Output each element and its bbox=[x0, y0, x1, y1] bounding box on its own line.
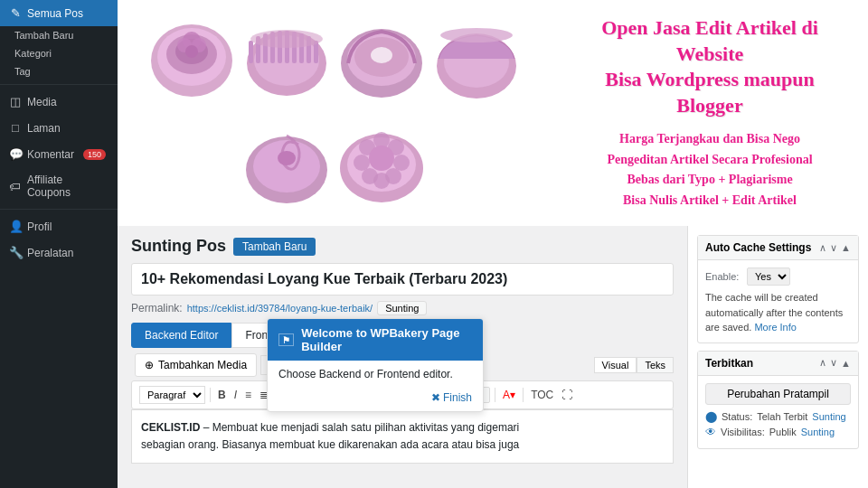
cake-images bbox=[118, 0, 552, 226]
permalink-label: Permalink: bbox=[131, 302, 183, 314]
page-title-bar: Sunting Pos Tambah Baru bbox=[131, 237, 674, 256]
fullscreen-button[interactable]: ⛶ bbox=[559, 387, 575, 403]
sidebar-item-label: Semua Pos bbox=[27, 7, 83, 20]
sidebar-item-peralatan[interactable]: 🔧 Peralatan bbox=[0, 239, 118, 266]
promo-line4: Bisa Nulis Artikel + Edit Artikel bbox=[623, 193, 797, 207]
tools-icon: 🔧 bbox=[9, 246, 22, 259]
content-text-2: sebagian orang. Biasanya membuat kue dik… bbox=[141, 438, 519, 451]
sidebar-item-label: Peralatan bbox=[27, 247, 73, 259]
wpbakery-title: Welcome to WPBakery Page Builder bbox=[301, 326, 472, 353]
post-title[interactable]: 10+ Rekomendasi Loyang Kue Terbaik (Terb… bbox=[131, 263, 674, 296]
visibility-icon: 👁 bbox=[705, 426, 716, 438]
svg-point-38 bbox=[362, 168, 378, 184]
comments-icon: 💬 bbox=[9, 147, 22, 161]
format-select[interactable]: Paragraf bbox=[139, 386, 205, 404]
status-value: Telah Terbit bbox=[757, 411, 807, 422]
auto-cache-panel: Auto Cache Settings ∧ ∨ ▲ Enable: Yes bbox=[697, 235, 859, 343]
auto-cache-body: Enable: Yes The cache will be created au… bbox=[698, 260, 858, 343]
add-new-button[interactable]: Tambah Baru bbox=[233, 238, 316, 256]
enable-select[interactable]: Yes bbox=[747, 267, 790, 286]
publish-panel: Terbitkan ∧ ∨ ▲ Perubahan Pratampil ⬤ St… bbox=[697, 351, 859, 449]
visibility-value: Publik bbox=[769, 427, 797, 437]
toolbar-sep-3 bbox=[495, 388, 495, 402]
more-info-link[interactable]: More Info bbox=[754, 322, 796, 333]
wpbakery-body: Choose Backend or Frontend editor. bbox=[268, 361, 483, 388]
sidebar-item-media[interactable]: ◫ Media bbox=[0, 89, 118, 115]
wpbakery-popup: ⚑ Welcome to WPBakery Page Builder Choos… bbox=[267, 318, 484, 412]
wpbakery-flag-icon: ⚑ bbox=[278, 333, 294, 346]
cake-mold-2 bbox=[240, 14, 335, 108]
promo-title: Open Jasa Edit Artikel di WebsiteBisa Wo… bbox=[570, 15, 850, 118]
sidebar-item-label: Komentar bbox=[27, 148, 74, 161]
add-media-icon: ⊕ bbox=[145, 359, 154, 371]
status-icon: ⬤ bbox=[705, 410, 717, 423]
sidebar-item-tambah-baru[interactable]: Tambah Baru bbox=[0, 26, 118, 44]
status-row: ⬤ Status: Telah Terbit Sunting bbox=[705, 410, 851, 423]
cake-mold-3 bbox=[335, 14, 429, 108]
auto-cache-description: The cache will be created automatically … bbox=[705, 290, 851, 335]
promo-line2: Pengeditan Artikel Secara Profesional bbox=[607, 153, 812, 166]
sidebar-item-affiliate-coupons[interactable]: 🏷 Affiliate Coupons bbox=[0, 167, 118, 205]
color-button[interactable]: A▾ bbox=[500, 387, 518, 403]
page-title: Sunting Pos bbox=[131, 237, 226, 256]
sidebar-item-semua-pos[interactable]: ✎ Semua Pos bbox=[0, 0, 118, 26]
pages-icon: □ bbox=[9, 121, 22, 135]
backend-editor-button[interactable]: Backend Editor bbox=[131, 323, 231, 348]
publish-body: Perubahan Pratampil ⬤ Status: Telah Terb… bbox=[698, 376, 858, 448]
coupons-icon: 🏷 bbox=[9, 180, 22, 193]
svg-point-7 bbox=[185, 45, 198, 58]
visibility-label: Visibilitas: bbox=[721, 427, 765, 437]
sidebar-item-label: Media bbox=[27, 96, 57, 108]
toolbar-sep-4 bbox=[523, 388, 524, 402]
italic-button[interactable]: I bbox=[231, 387, 240, 403]
add-media-label: Tambahkan Media bbox=[158, 359, 247, 371]
svg-point-30 bbox=[278, 151, 296, 165]
auto-cache-header: Auto Cache Settings ∧ ∨ ▲ bbox=[698, 236, 858, 260]
bold-button[interactable]: B bbox=[215, 387, 229, 403]
sidebar-item-tag[interactable]: Tag bbox=[0, 62, 118, 80]
toc-button[interactable]: TOC bbox=[528, 387, 556, 403]
panel-up-button[interactable]: ∧ bbox=[819, 242, 826, 254]
publish-up-button[interactable]: ∧ bbox=[819, 357, 826, 369]
cake-mold-6 bbox=[335, 117, 429, 212]
permalink-edit-button[interactable]: Sunting bbox=[377, 301, 427, 315]
visibility-edit-link[interactable]: Sunting bbox=[801, 427, 835, 437]
enable-row: Enable: Yes bbox=[705, 267, 851, 286]
posts-icon: ✎ bbox=[9, 6, 22, 20]
divider-2 bbox=[0, 209, 118, 210]
add-media-button[interactable]: ⊕ Tambahkan Media bbox=[135, 353, 257, 377]
promo-details: Harga Terjangkau dan Bisa Nego Pengedita… bbox=[607, 129, 812, 211]
publish-preview-button[interactable]: Perubahan Pratampil bbox=[705, 383, 851, 405]
status-edit-link[interactable]: Sunting bbox=[812, 411, 845, 422]
wpbakery-finish-button[interactable]: ✖ Finish bbox=[431, 391, 472, 404]
editor-area: Sunting Pos Tambah Baru 10+ Rekomendasi … bbox=[118, 226, 868, 488]
visual-tab[interactable]: Visual bbox=[594, 357, 637, 373]
ordered-list-button[interactable]: ≡ bbox=[242, 387, 254, 403]
text-tab[interactable]: Teks bbox=[637, 357, 674, 373]
sidebar-item-label: Affiliate Coupons bbox=[27, 174, 108, 199]
editor-content[interactable]: CEKLIST.ID – Membuat kue menjadi salah s… bbox=[131, 409, 674, 464]
panel-expand-button[interactable]: ▲ bbox=[841, 242, 851, 254]
wpbakery-header: ⚑ Welcome to WPBakery Page Builder bbox=[268, 319, 483, 361]
site-name: CEKLIST.ID bbox=[141, 421, 200, 434]
top-banner: Open Jasa Edit Artikel di WebsiteBisa Wo… bbox=[118, 0, 868, 226]
publish-title: Terbitkan bbox=[705, 357, 753, 370]
sidebar-item-profil[interactable]: 👤 Profil bbox=[0, 213, 118, 239]
sidebar-item-laman[interactable]: □ Laman bbox=[0, 115, 118, 141]
cake-mold-1 bbox=[145, 14, 240, 108]
publish-expand-button[interactable]: ▲ bbox=[841, 357, 851, 369]
svg-point-27 bbox=[440, 28, 513, 42]
promo-banner: Open Jasa Edit Artikel di WebsiteBisa Wo… bbox=[552, 0, 868, 226]
svg-point-39 bbox=[354, 155, 370, 171]
publish-down-button[interactable]: ∨ bbox=[830, 357, 837, 369]
toolbar-sep-1 bbox=[210, 388, 211, 402]
permalink-url[interactable]: https://ceklist.id/39784/loyang-kue-terb… bbox=[187, 303, 373, 314]
svg-rect-10 bbox=[249, 41, 253, 63]
sidebar-item-komentar[interactable]: 💬 Komentar 150 bbox=[0, 141, 118, 167]
main-content: Open Jasa Edit Artikel di WebsiteBisa Wo… bbox=[118, 0, 868, 488]
sidebar: ✎ Semua Pos Tambah Baru Kategori Tag ◫ M… bbox=[0, 0, 118, 488]
panel-down-button[interactable]: ∨ bbox=[830, 242, 837, 254]
sidebar-item-kategori[interactable]: Kategori bbox=[0, 44, 118, 62]
editor-main: Sunting Pos Tambah Baru 10+ Rekomendasi … bbox=[118, 226, 687, 488]
permalink-bar: Permalink: https://ceklist.id/39784/loya… bbox=[131, 301, 674, 315]
